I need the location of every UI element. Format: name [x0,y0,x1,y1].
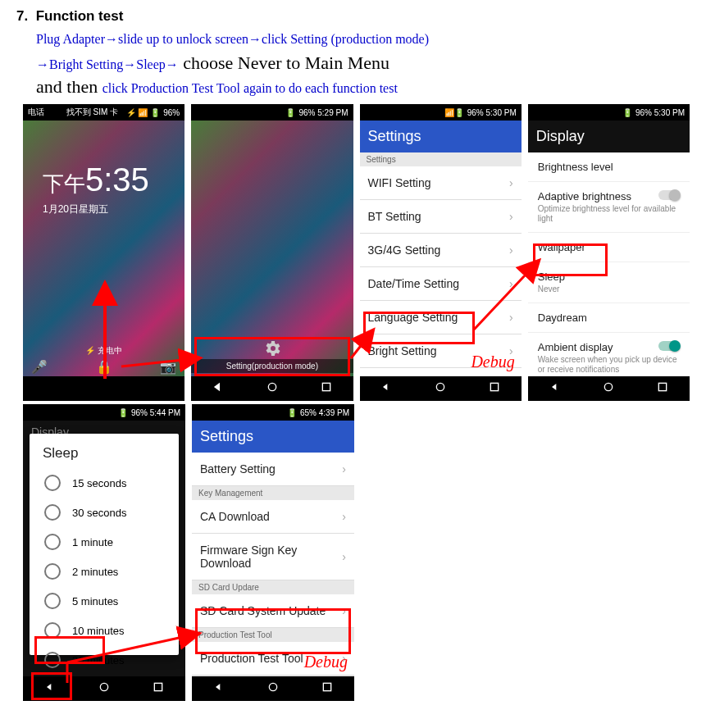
app-label[interactable]: Setting(production mode) [191,359,353,373]
section-heading: 7. Function test [16,8,690,25]
settings-item[interactable]: Language Setting› [360,301,522,334]
display-item[interactable]: Brightness level [528,152,690,182]
display-item[interactable]: Daydream [528,303,690,333]
chevron-right-icon: › [342,550,346,563]
sleep-dialog: Sleep 15 seconds30 seconds1 minute2 minu… [30,434,179,655]
sleep-option[interactable]: 1 minute [30,527,179,557]
display-item[interactable]: SleepNever [528,262,690,303]
nav-recent-icon[interactable] [321,680,334,697]
settings-item[interactable]: Bright Setting› [360,334,522,368]
display-item[interactable]: Wallpaper [528,233,690,262]
settings-item[interactable]: 3G/4G Setting› [360,234,522,267]
chevron-right-icon: › [509,176,513,189]
nav-back-icon[interactable] [212,380,225,397]
sleep-option[interactable]: 15 seconds [30,468,179,498]
svg-rect-2 [322,383,330,390]
phone-display-settings: 🔋 96% 5:30 PM Display Brightness levelAd… [528,104,690,401]
svg-rect-4 [490,383,498,390]
group-header: Key Management [192,486,354,500]
svg-point-1 [268,383,276,390]
nav-back-icon[interactable] [43,680,57,697]
phone-lockscreen: 电话 找不到 SIM 卡 ⚡ 📶 🔋 96% 下午5:35 1月20日星期五 ⚡… [23,104,184,401]
phone-sleep-dialog: 🔋 96% 5:44 PM Display Sleep 15 seconds30… [23,404,185,701]
phone-settings-list: 📶🔋 96% 5:30 PM Settings Settings WIFI Se… [360,104,522,401]
sleep-option[interactable]: 30 seconds [30,498,179,527]
chevron-right-icon: › [509,344,513,357]
chevron-right-icon: › [342,510,346,523]
svg-rect-11 [154,683,162,690]
svg-point-10 [100,683,107,690]
lock-icon[interactable]: 🔒 [96,359,112,375]
camera-icon[interactable]: 📷 [160,359,176,375]
phone-homescreen: 🔋 96% 5:29 PM Setting(production mode) [191,104,353,401]
nav-recent-icon[interactable] [656,380,669,397]
lock-charging: ⚡ 充电中 [23,345,184,357]
nav-home-icon[interactable] [602,380,615,397]
lock-date: 1月20日星期五 [43,202,108,216]
nav-home-icon[interactable] [266,380,279,397]
afterline: and then click Production Test Tool agai… [36,76,690,98]
radio-icon [44,622,61,639]
display-item[interactable]: Adaptive brightnessOptimize brightness l… [528,182,690,233]
svg-rect-13 [323,683,330,690]
chevron-right-icon: › [509,277,513,290]
radio-icon [44,475,61,491]
settings-item[interactable]: Date/Time Setting› [360,267,522,301]
lock-clock: 下午5:35 [23,162,184,198]
phone-production-test: 🔋 65% 4:39 PM Settings Battery Setting›K… [192,404,354,701]
nav-home-icon[interactable] [434,380,447,397]
chevron-right-icon: › [509,243,513,257]
svg-rect-6 [658,383,666,390]
chevron-right-icon: › [342,652,346,665]
settings-item[interactable]: Production Test Tool› [192,642,354,676]
settings-item[interactable]: Voice Setting› [360,368,522,376]
settings-item[interactable]: BT Setting› [360,200,522,234]
display-item[interactable]: Ambient displayWake screen when you pick… [528,333,690,376]
radio-icon [44,504,61,521]
nav-back-icon[interactable] [549,380,562,397]
radio-icon [44,593,61,609]
toggle[interactable] [658,190,680,200]
step-flow: Plug Adapter→slide up to unlock screen→c… [36,30,690,76]
settings-item[interactable]: SD Card System Update› [192,594,354,628]
svg-point-3 [436,383,444,390]
radio-icon [44,652,61,668]
nav-recent-icon[interactable] [488,380,501,397]
settings-item[interactable]: WIFI Setting› [360,166,522,200]
sleep-option[interactable]: 5 minutes [30,586,179,616]
nav-recent-icon[interactable] [152,680,165,697]
settings-app-icon[interactable] [262,339,282,358]
settings-header: Settings [360,121,522,152]
sleep-option[interactable]: 2 minutes [30,557,179,586]
toggle[interactable] [658,341,680,351]
svg-point-12 [269,683,276,690]
group-header: Production Test Tool [192,628,354,642]
group-header: SD Card Updare [192,580,354,594]
radio-icon [44,563,61,580]
chevron-right-icon: › [509,311,513,324]
mic-icon[interactable]: 🎤 [31,359,48,375]
settings-item[interactable]: Firmware Sign Key Download› [192,534,354,580]
nav-home-icon[interactable] [98,680,111,697]
settings-item[interactable]: Battery Setting› [192,453,354,486]
chevron-right-icon: › [509,210,513,223]
nav-back-icon[interactable] [380,380,393,397]
nav-recent-icon[interactable] [320,380,333,397]
svg-point-5 [605,383,613,390]
settings-header: Settings [192,421,354,453]
settings-item[interactable]: CA Download› [192,500,354,534]
display-header: Display [528,121,690,152]
sleep-option[interactable]: 10 minutes [30,616,179,645]
nav-home-icon[interactable] [266,680,280,697]
chevron-right-icon: › [342,604,346,617]
sleep-option[interactable]: 30 minutes [30,645,179,675]
nav-back-icon[interactable] [212,680,225,697]
chevron-right-icon: › [342,462,346,475]
radio-icon [44,534,61,550]
